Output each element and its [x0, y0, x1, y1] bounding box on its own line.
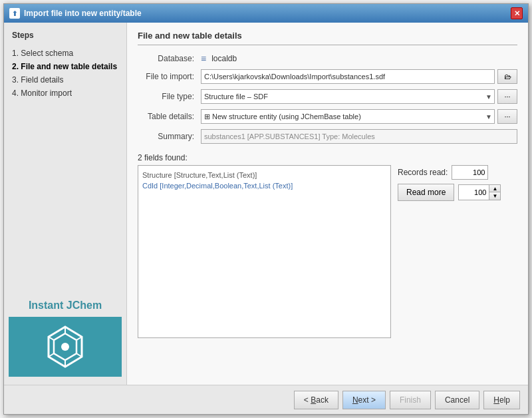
step-2: 2. File and new table details	[12, 60, 118, 73]
close-button[interactable]: ✕	[511, 7, 523, 19]
step-1-label: Select schema	[21, 49, 73, 58]
step-4-number: 4.	[12, 89, 19, 98]
summary-control	[201, 129, 517, 144]
spinner-buttons: ▲ ▼	[489, 185, 500, 200]
footer: < Back Next > Finish Cancel Help	[4, 385, 528, 414]
field-item-structure: Structure [Structure,Text,List (Text)]	[142, 170, 386, 180]
file-import-row: File to import: 🗁	[138, 69, 517, 84]
step-4: 4. Monitor import	[12, 87, 118, 100]
spinner-input[interactable]	[459, 185, 489, 200]
file-type-options-button[interactable]: ···	[497, 89, 517, 104]
fields-section: 2 fields found: Structure [Structure,Tex…	[138, 153, 517, 377]
file-import-input[interactable]	[201, 69, 495, 84]
records-panel: Records read: Read more ▲ ▼	[398, 165, 517, 377]
steps-list: 1. Select schema 2. File and new table d…	[12, 47, 118, 100]
cancel-label: Cancel	[445, 395, 469, 405]
database-label: Database:	[138, 54, 201, 63]
finish-button[interactable]: Finish	[390, 391, 431, 409]
file-type-select[interactable]: Structure file – SDF	[201, 89, 495, 104]
table-details-select[interactable]: ⊞ New structure entity (using JChemBase …	[201, 109, 495, 124]
sidebar: Steps 1. Select schema 2. File and new t…	[4, 23, 127, 385]
read-more-button[interactable]: Read more	[398, 184, 454, 201]
records-read-row: Records read:	[398, 165, 488, 180]
step-3: 3. Field details	[12, 73, 118, 87]
file-type-label: File type:	[138, 92, 201, 101]
database-value: localdb	[211, 54, 237, 63]
step-3-number: 3.	[12, 75, 19, 85]
logo-text: Instant JChem	[29, 300, 102, 312]
field-item-cdid: CdId [Integer,Decimal,Boolean,Text,List …	[142, 180, 386, 191]
step-4-label: Monitor import	[21, 89, 72, 98]
back-label: < Back	[304, 395, 329, 405]
step-2-label: File and new table details	[21, 62, 117, 71]
step-2-number: 2.	[12, 62, 19, 71]
file-import-label: File to import:	[138, 72, 201, 81]
records-read-label: Records read:	[398, 168, 448, 177]
file-type-row: File type: Structure file – SDF ▼ ···	[138, 89, 517, 104]
folder-icon: 🗁	[504, 73, 511, 81]
help-label: Help	[493, 395, 510, 405]
sidebar-logo-area: Instant JChem	[12, 300, 118, 377]
summary-row: Summary:	[138, 129, 517, 144]
step-3-label: Field details	[21, 75, 63, 85]
window-title: Import file into new entity/table	[24, 9, 142, 18]
help-button[interactable]: Help	[483, 391, 520, 409]
database-control: ≡ localdb	[201, 53, 517, 64]
step-1: 1. Select schema	[12, 47, 118, 60]
finish-label: Finish	[400, 395, 421, 405]
steps-title: Steps	[12, 31, 118, 40]
main-window: ⬆ Import file into new entity/table ✕ St…	[3, 3, 529, 415]
fields-box: Structure [Structure,Text,List (Text)] C…	[138, 165, 391, 338]
back-button[interactable]: < Back	[294, 391, 338, 409]
step-1-number: 1.	[12, 49, 19, 58]
next-label: Next >	[352, 395, 376, 405]
table-details-options-button[interactable]: ···	[497, 109, 517, 124]
table-details-label: Table details:	[138, 112, 201, 121]
read-more-row: Read more ▲ ▼	[398, 184, 501, 201]
title-bar-left: ⬆ Import file into new entity/table	[9, 8, 142, 19]
content-area: Steps 1. Select schema 2. File and new t…	[4, 23, 528, 385]
window-icon: ⬆	[9, 8, 20, 19]
database-icon: ≡	[201, 53, 206, 64]
logo-box	[9, 317, 122, 377]
fields-content: Structure [Structure,Text,List (Text)] C…	[138, 165, 517, 377]
database-row: Database: ≡ localdb	[138, 53, 517, 64]
file-type-control: Structure file – SDF ▼ ···	[201, 89, 517, 104]
cancel-button[interactable]: Cancel	[435, 391, 479, 409]
table-details-select-wrapper: ⊞ New structure entity (using JChemBase …	[201, 109, 495, 124]
table-details-row: Table details: ⊞ New structure entity (u…	[138, 109, 517, 124]
spinner-up-button[interactable]: ▲	[489, 185, 500, 192]
title-bar: ⬆ Import file into new entity/table ✕	[4, 4, 528, 23]
file-browse-button[interactable]: 🗁	[497, 69, 517, 84]
spinner-wrap: ▲ ▼	[458, 184, 501, 200]
svg-point-2	[61, 343, 69, 351]
file-import-control: 🗁	[201, 69, 517, 84]
fields-found-label: 2 fields found:	[138, 153, 517, 162]
summary-label: Summary:	[138, 132, 201, 141]
hex-logo-icon	[42, 323, 88, 370]
next-button[interactable]: Next >	[342, 391, 386, 409]
file-type-select-wrapper: Structure file – SDF ▼	[201, 89, 495, 104]
main-panel: File and new table details Database: ≡ l…	[127, 23, 528, 385]
records-read-input	[452, 165, 488, 180]
spinner-down-button[interactable]: ▼	[489, 192, 500, 200]
summary-input	[201, 129, 517, 144]
table-details-control: ⊞ New structure entity (using JChemBase …	[201, 109, 517, 124]
panel-title: File and new table details	[138, 31, 517, 45]
